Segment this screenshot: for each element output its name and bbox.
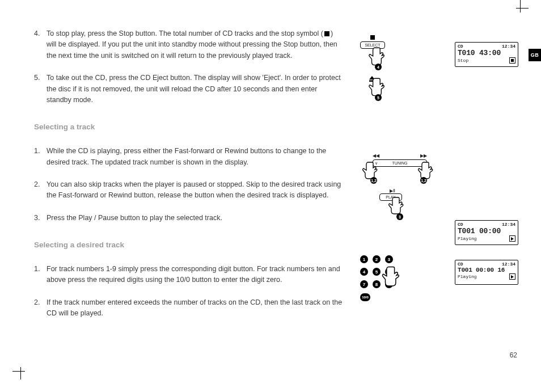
- text-column: 4. To stop play, press the Stop button. …: [34, 28, 343, 335]
- lcd-display-stop: CD12:34 T010 43:00 Stop: [455, 42, 518, 67]
- section-2-steps: 1.For track numbers 1-9 simply press the…: [34, 264, 343, 319]
- manual-page: GB 4. To stop play, press the Stop butto…: [0, 0, 541, 392]
- lcd-status: Playing: [458, 236, 477, 241]
- crop-mark: [520, 0, 521, 12]
- step-number: 2.: [34, 179, 47, 201]
- digit-1: 1: [360, 255, 368, 263]
- stop-icon: [324, 31, 329, 36]
- lcd-clock: 12:34: [502, 44, 515, 49]
- lcd-mode: CD: [458, 44, 463, 49]
- stop-icon: [370, 35, 375, 40]
- lcd-status: Playing: [458, 274, 477, 279]
- lcd-display-playing: CD12:34 T001 00:00 Playing: [455, 220, 518, 245]
- lcd-track: T001 00:00: [455, 227, 518, 235]
- lcd-display-playing-16: CD12:34 T001 00:00 16 Playing: [455, 260, 518, 285]
- step-5: 5. To take out the CD, press the CD Ejec…: [34, 73, 343, 106]
- digit-10-0: 10/0: [360, 293, 370, 301]
- step-text: For track numbers 1-9 simply press the c…: [47, 264, 343, 286]
- step-badge: 4: [375, 64, 382, 70]
- list-item: 1.While the CD is playing, press either …: [34, 146, 343, 168]
- language-badge: GB: [529, 49, 541, 61]
- tuning-label: TUNING: [392, 161, 408, 165]
- digit-2: 2: [373, 255, 381, 263]
- illus-tuning: ◀◀ ▶▶ ∨ TUNING ∧ 1,2 1,2 ▶Ⅱ PLAY 3: [360, 153, 439, 167]
- lcd-track: T001 00:00 16: [455, 267, 518, 273]
- step-text: You can also skip tracks when the player…: [47, 179, 343, 201]
- page-number: 62: [510, 351, 517, 359]
- lcd-track: T010 43:00: [455, 49, 518, 57]
- lcd-mode: CD: [458, 262, 463, 267]
- stop-icon: [509, 57, 515, 64]
- step-badge: 3: [396, 213, 403, 220]
- illus-keypad: 1 2 3 4 5 6 7 8 9 10/0: [360, 255, 395, 301]
- step-number: 4.: [34, 28, 47, 61]
- section-heading: Selecting a track: [34, 121, 343, 133]
- step-number: 5.: [34, 73, 47, 106]
- crop-mark: [516, 8, 529, 9]
- digit-7: 7: [360, 280, 368, 288]
- list-item: 2.If the track number entered exceeds th…: [34, 297, 343, 319]
- step-badge: 1,2: [420, 177, 427, 184]
- play-pause-icon: ▶Ⅱ: [383, 188, 402, 193]
- rewind-icon: ◀◀: [373, 153, 379, 158]
- step-number: 2.: [34, 297, 47, 319]
- lcd-status: Stop: [458, 58, 468, 63]
- step-text: To take out the CD, press the CD Eject b…: [47, 73, 343, 106]
- lcd-clock: 12:34: [502, 262, 515, 267]
- figure-column: CD12:34 T010 43:00 Stop SELECT 4 5 ◀◀: [360, 28, 518, 335]
- list-item: 2.You can also skip tracks when the play…: [34, 179, 343, 201]
- step-text: To stop play, press the Stop button. The…: [47, 28, 343, 61]
- digit-3: 3: [385, 255, 393, 263]
- intro-steps: 4. To stop play, press the Stop button. …: [34, 28, 343, 106]
- step-number: 1.: [34, 146, 47, 168]
- list-item: 1.For track numbers 1-9 simply press the…: [34, 264, 343, 286]
- illus-select: SELECT 4: [360, 35, 400, 49]
- step-number: 1.: [34, 264, 47, 286]
- step-badge: 1,2: [370, 177, 377, 184]
- hand-icon: [377, 264, 407, 290]
- step-number: 3.: [34, 213, 47, 224]
- crop-mark: [12, 371, 25, 372]
- step-text: While the CD is playing, press either th…: [47, 146, 343, 168]
- lcd-clock: 12:34: [502, 222, 515, 227]
- illus-eject: 5: [360, 74, 400, 84]
- play-icon: [509, 273, 515, 280]
- forward-icon: ▶▶: [420, 153, 427, 158]
- digit-4: 4: [360, 268, 368, 276]
- play-icon: [509, 235, 515, 242]
- crop-mark: [20, 367, 21, 380]
- step-text: If the track number entered exceeds the …: [47, 297, 343, 319]
- lcd-mode: CD: [458, 222, 463, 227]
- section-1-steps: 1.While the CD is playing, press either …: [34, 146, 343, 224]
- section-heading: Selecting a desired track: [34, 239, 343, 251]
- step-badge: 5: [375, 94, 382, 101]
- step-4: 4. To stop play, press the Stop button. …: [34, 28, 343, 61]
- step-text: Press the Play / Pause button to play th…: [47, 213, 343, 224]
- list-item: 3.Press the Play / Pause button to play …: [34, 213, 343, 224]
